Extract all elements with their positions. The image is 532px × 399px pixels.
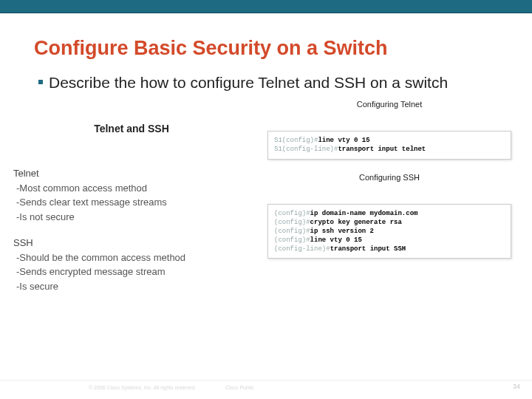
copyright-text: © 2006 Cisco Systems, Inc. All rights re…: [89, 385, 197, 390]
terminal-line: S1(config)#line vty 0 15: [274, 136, 505, 145]
terminal-line: (config)#line vty 0 15: [274, 236, 505, 245]
telnet-item: -Is not secure: [13, 211, 250, 224]
left-column: Telnet and SSH Telnet -Most common acces…: [13, 109, 250, 294]
telnet-heading: Telnet: [13, 167, 250, 180]
terminal-line: (config-line)#transport input SSH: [274, 245, 505, 253]
telnet-config-label: Configuring Telnet: [267, 100, 511, 109]
ssh-heading: SSH: [13, 236, 250, 250]
telnet-item: -Most common access method: [13, 182, 250, 195]
terminal-line: (config)#crypto key generate rsa: [274, 218, 505, 227]
footer: © 2006 Cisco Systems, Inc. All rights re…: [0, 380, 532, 392]
bullet-item: Describe the how to configure Telnet and…: [34, 73, 498, 92]
bullet-text: Describe the how to configure Telnet and…: [49, 73, 448, 92]
top-accent-bar: [0, 0, 532, 13]
ssh-item: -Is secure: [13, 280, 250, 293]
slide-body: Configure Basic Security on a Switch Des…: [0, 13, 532, 352]
ssh-terminal: (config)#ip domain-name mydomain.com (co…: [267, 204, 511, 259]
slide-title: Configure Basic Security on a Switch: [34, 37, 498, 60]
ssh-item: -Sends encrypted message stream: [13, 265, 250, 279]
terminal-line: S1(config-line)#transport input telnet: [274, 145, 505, 154]
ssh-config-label: Configuring SSH: [267, 173, 511, 182]
content-area: Telnet and SSH Telnet -Most common acces…: [34, 101, 498, 352]
bullet-marker-icon: [38, 80, 43, 84]
telnet-terminal: S1(config)#line vty 0 15 S1(config-line)…: [267, 131, 511, 159]
terminal-line: (config)#ip domain-name mydomain.com: [274, 209, 505, 218]
terminal-line: (config)#ip ssh version 2: [274, 227, 505, 236]
telnet-item: -Sends clear text message streams: [13, 196, 250, 209]
section-heading: Telnet and SSH: [13, 122, 250, 136]
cisco-public-text: Cisco Public: [225, 385, 254, 390]
ssh-item: -Should be the common access method: [13, 251, 250, 265]
right-column: Configuring Telnet S1(config)#line vty 0…: [267, 97, 511, 272]
page-number: 34: [513, 383, 520, 390]
